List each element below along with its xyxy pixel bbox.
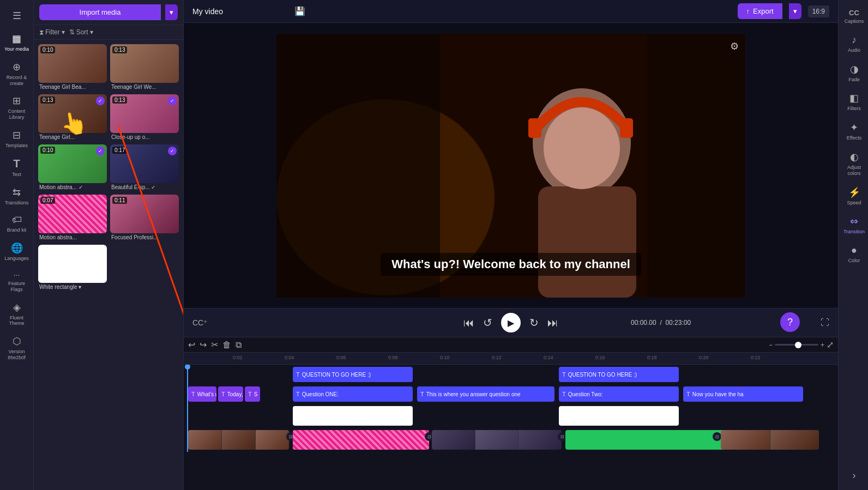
fast-forward-button[interactable]: ↻ (529, 316, 539, 329)
list-item[interactable]: 0:13 ✓ Close-up up o... (110, 94, 179, 141)
sidebar-item-fluent-theme[interactable]: ◈ FluentTheme (2, 298, 32, 330)
project-name-input[interactable] (192, 7, 288, 16)
duplicate-button[interactable]: ⧉ (236, 340, 242, 350)
zoom-slider[interactable] (775, 344, 818, 346)
table-row[interactable]: T Today, w (218, 386, 243, 402)
table-row[interactable]: T Question ONE: (293, 386, 413, 402)
filter-button[interactable]: ⧗ Filter ▾ (39, 28, 65, 36)
list-item[interactable]: 0:13 ✓ Teenage Girl... 👆 (38, 94, 107, 141)
list-item[interactable]: 0:11 Focused Professi... (110, 195, 179, 241)
sidebar-item-transition[interactable]: ⇔ Transition (840, 211, 869, 239)
table-row[interactable]: T Now you have the ha (683, 386, 803, 402)
filter-icon: ⧗ (39, 28, 44, 36)
list-item[interactable]: 0:10 Teenage Girl Bea... (38, 44, 107, 91)
sidebar-item-adjust-colors[interactable]: ◐ Adjust colors (840, 147, 869, 181)
table-row[interactable]: T S (245, 386, 260, 402)
timeline: ↩ ↪ ✂ 🗑 ⧉ − + ⤢ 0:02 0:04 0:06 0:08 0:10… (184, 337, 838, 490)
sidebar-item-version: ⬡ Version85e2b0f (2, 332, 32, 364)
zoom-out-icon[interactable]: − (769, 341, 773, 349)
adjust-colors-label: Adjust colors (842, 165, 866, 177)
import-media-dropdown-button[interactable]: ▾ (165, 4, 178, 20)
sidebar-item-record[interactable]: ⊕ Record &create (2, 58, 32, 90)
table-row[interactable]: T This is where you answer question one (417, 386, 554, 402)
text-clip-icon: T (248, 391, 252, 397)
sidebar-item-captions[interactable]: CC Captions (840, 4, 869, 29)
table-row[interactable]: T Question Two: (559, 386, 679, 402)
sidebar-item-languages[interactable]: 🌐 Languages (2, 239, 32, 265)
svg-rect-6 (528, 118, 541, 138)
fit-timeline-button[interactable]: ⤢ (827, 340, 834, 350)
sidebar-collapse-button[interactable]: › (840, 465, 869, 486)
media-duration: 0:17 (112, 147, 127, 154)
cut-button[interactable]: ✂ (211, 340, 218, 350)
ruler-mark: 0:14 (544, 355, 553, 360)
media-check-icon: ✓ (96, 96, 105, 105)
export-label: Export (753, 7, 774, 15)
sidebar-item-brand-kit[interactable]: 🏷 Brand kit (2, 211, 32, 237)
settings-icon[interactable]: ⚙ (730, 40, 739, 52)
video-clip[interactable] (432, 430, 562, 450)
sidebar-item-transitions[interactable]: ⇆ Transitions (2, 183, 32, 209)
video-clip[interactable] (721, 430, 819, 450)
sidebar-item-record-label: Record &create (7, 75, 27, 87)
delete-button[interactable]: 🗑 (222, 340, 231, 350)
zoom-control: − + ⤢ (769, 340, 834, 350)
sidebar-item-speed[interactable]: ⚡ Speed (840, 182, 869, 210)
track-content: ⊡ ⊡ ⊡ (184, 428, 838, 452)
transition-icon: ⇔ (850, 215, 858, 227)
sort-button[interactable]: ⇅ Sort ▾ (69, 28, 93, 36)
table-row[interactable]: T QUESTION TO GO HERE :) (293, 367, 413, 382)
sidebar-item-fluent-theme-label: FluentTheme (9, 315, 24, 327)
rewind-button[interactable]: ↺ (483, 316, 492, 329)
export-dropdown-button[interactable]: ▾ (789, 3, 801, 19)
import-media-button[interactable]: Import media (39, 4, 161, 20)
sidebar-item-fade[interactable]: ◑ Fade (840, 59, 869, 87)
sidebar-item-audio[interactable]: ♪ Audio (840, 30, 869, 58)
track-row (184, 404, 838, 428)
languages-icon: 🌐 (11, 242, 23, 254)
aspect-ratio-badge: 16:9 (808, 5, 829, 17)
timeline-tracks[interactable]: T QUESTION TO GO HERE :) T QUESTION TO G… (184, 365, 838, 490)
sidebar-item-your-media[interactable]: ▦ Your media (2, 29, 32, 56)
media-duration: 0:13 (112, 46, 127, 53)
ruler-mark: 0:06 (336, 355, 346, 360)
sidebar-item-color[interactable]: ● Color (840, 240, 869, 268)
cc-icon[interactable]: CC⁺ (192, 318, 207, 327)
sidebar-item-filters[interactable]: ◧ Filters (840, 88, 869, 116)
table-row[interactable] (293, 406, 413, 426)
sort-label: Sort (76, 28, 88, 36)
export-button[interactable]: ↑ Export (738, 3, 782, 19)
hamburger-menu[interactable]: ☰ (7, 4, 27, 27)
media-label: Focused Professi... (110, 233, 179, 241)
help-button[interactable]: ? (780, 312, 800, 332)
list-item[interactable]: 0:07 Motion abstra... (38, 195, 107, 241)
table-row[interactable] (559, 406, 679, 426)
play-button[interactable]: ▶ (501, 313, 521, 332)
zoom-in-icon[interactable]: + (821, 341, 824, 349)
list-item[interactable]: 0:13 Teenage Girl We... (110, 44, 179, 91)
redo-button[interactable]: ↪ (200, 340, 207, 350)
sidebar-item-templates[interactable]: ⊟ Templates (2, 126, 32, 152)
sidebar-item-content-library[interactable]: ⊞ ContentLibrary (2, 92, 32, 124)
sidebar-item-text[interactable]: T Text (2, 154, 32, 181)
color-icon: ● (851, 245, 857, 256)
video-clip[interactable] (293, 430, 429, 450)
sidebar-item-effects[interactable]: ✦ Effects (840, 117, 869, 146)
table-row[interactable]: T What's up? (188, 386, 216, 402)
media-duration: 0:10 (40, 46, 55, 53)
skip-to-start-button[interactable]: ⏮ (463, 317, 474, 329)
list-item[interactable]: 0:17 ✓ Beautiful E-sp... ✓ (110, 144, 179, 191)
track-row: T QUESTION TO GO HERE :) T QUESTION TO G… (184, 365, 838, 384)
media-duration: 0:07 (40, 197, 55, 204)
list-item[interactable]: White rectangle ▾ (38, 245, 107, 292)
table-row[interactable]: T QUESTION TO GO HERE :) (559, 367, 679, 382)
skip-to-end-button[interactable]: ⏭ (547, 317, 558, 329)
video-clip[interactable] (188, 430, 289, 450)
undo-button[interactable]: ↩ (188, 340, 195, 350)
media-toolbar: ⧗ Filter ▾ ⇅ Sort ▾ (34, 25, 183, 40)
fullscreen-icon[interactable]: ⛶ (821, 318, 829, 328)
sidebar-item-feature-flags[interactable]: ··· FeatureFlags (2, 267, 32, 296)
transitions-icon: ⇆ (13, 186, 21, 198)
save-icon[interactable]: 💾 (294, 6, 305, 16)
list-item[interactable]: 0:10 ✓ Motion abstra... ✓ (38, 144, 107, 191)
